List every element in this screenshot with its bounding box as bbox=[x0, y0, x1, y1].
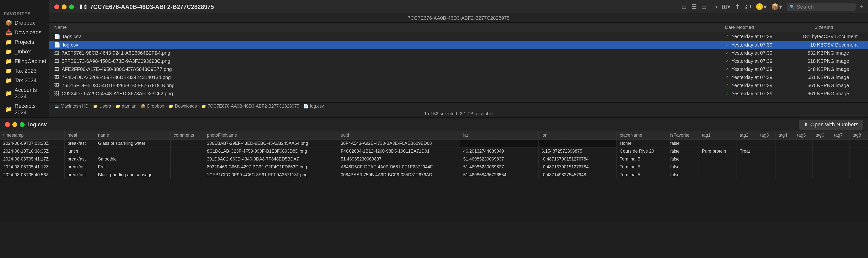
open-with-numbers-button[interactable]: ⬆ Open with Numbers bbox=[799, 120, 863, 130]
file-row[interactable]: 📄 tags.csv ✓ Yesterday at 07:39 181 byte… bbox=[49, 32, 868, 41]
sidebar-item-filingcabinet[interactable]: 📁 FilingCabinet bbox=[1, 57, 48, 66]
sidebar-item-inbox[interactable]: 📁 _Inbox bbox=[1, 47, 48, 57]
table-row[interactable]: 2024-08-08T05:41:17ZbreakfastSmoothie391… bbox=[0, 155, 868, 163]
minimize-button[interactable] bbox=[62, 4, 67, 9]
file-name-label: 7A0F5761-98CB-4643-9241-A6E6064B2FB4.png bbox=[62, 50, 170, 56]
table-cell bbox=[831, 140, 849, 147]
sidebar-item-tax2023[interactable]: 📁 Tax 2023 bbox=[1, 66, 48, 76]
dropbox-icon: 📦 bbox=[5, 20, 12, 26]
table-cell: Terminal 5 bbox=[617, 163, 667, 171]
sidebar-item-label: Tax 2024 bbox=[14, 77, 36, 84]
table-cell: Terminal 5 bbox=[617, 171, 667, 179]
sidebar-item-label: Downloads bbox=[14, 29, 41, 36]
table-row[interactable]: 2024-08-08T05:40:56ZbreakfastBlack puddi… bbox=[0, 171, 868, 179]
group-button[interactable]: ⊞▾ bbox=[722, 3, 731, 10]
table-cell bbox=[776, 171, 794, 179]
breadcrumb-item[interactable]: 📁7CC7E676-AA0B-46D3-ABF2-B277C2828975 bbox=[201, 104, 299, 109]
breadcrumb-item[interactable]: 📁Users bbox=[93, 104, 111, 109]
sidebar-item-tax2024[interactable]: 📁 Tax 2024 bbox=[1, 76, 48, 85]
column-view-button[interactable]: ⊟ bbox=[701, 3, 707, 10]
share-button[interactable]: ⬆ bbox=[735, 3, 740, 10]
status-bar: 1 of 52 selected, 2.1 TB available bbox=[49, 110, 868, 117]
spreadsheet-minimize[interactable] bbox=[12, 122, 17, 127]
file-row[interactable]: 🖼 76D16FDE-5D3C-4D10-9296-CB5E87678DCB.p… bbox=[49, 81, 868, 89]
spreadsheet-maximize[interactable] bbox=[20, 122, 25, 127]
sidebar-item-projects[interactable]: 📁 Projects bbox=[1, 37, 48, 47]
table-cell bbox=[849, 171, 868, 179]
more-button[interactable]: 😊▾ bbox=[755, 3, 767, 10]
col-name[interactable]: Name bbox=[54, 24, 725, 31]
table-cell: Home bbox=[617, 140, 667, 147]
breadcrumb-item[interactable]: 📁Downloads bbox=[168, 104, 197, 109]
sidebar-item-label: Receipts 2024 bbox=[14, 103, 44, 116]
col-date[interactable]: Date Modified bbox=[725, 24, 789, 31]
table-cell bbox=[757, 147, 776, 155]
forward-button[interactable]: › bbox=[84, 4, 86, 9]
file-date: ✓ Yesterday at 07:39 bbox=[725, 42, 789, 48]
file-row[interactable]: 🖼 C9224D79-A29C-4548-A1ED-3678AFD23C62.p… bbox=[49, 89, 868, 98]
breadcrumb-item[interactable]: 📦Dropbox bbox=[141, 104, 164, 109]
maximize-button[interactable] bbox=[69, 4, 74, 9]
file-row[interactable]: 🖼 5FFB9173-6A98-450C-878E-9A3F3093693C.p… bbox=[49, 57, 868, 65]
back-button[interactable]: ‹ bbox=[80, 4, 82, 9]
table-row[interactable]: 2024-08-10T10:38:35Zlunch8C1D81AB-C23F-4… bbox=[0, 147, 868, 155]
file-icon: 🖼 bbox=[54, 58, 59, 64]
file-row[interactable]: 🖼 7A0F5761-98CB-4643-9241-A6E6064B2FB4.p… bbox=[49, 49, 868, 57]
receipts2024-icon: 📁 bbox=[5, 106, 12, 112]
file-icon: 🖼 bbox=[54, 91, 59, 97]
file-row[interactable]: 🖼 7F4D4DDA-5208-409E-86DB-834243140134.p… bbox=[49, 73, 868, 81]
table-cell bbox=[831, 147, 849, 155]
list-view-button[interactable]: ☰ bbox=[691, 3, 697, 10]
file-kind: PNG image bbox=[824, 50, 863, 57]
sidebar-item-label: Tax 2023 bbox=[14, 68, 36, 74]
file-list: 📄 tags.csv ✓ Yesterday at 07:39 181 byte… bbox=[49, 32, 868, 102]
col-kind: Kind bbox=[824, 24, 863, 31]
file-name-label: AFE2FF06-A17E-4950-880C-E7A5843C9B77.png bbox=[62, 67, 172, 72]
table-cell bbox=[170, 155, 204, 163]
spreadsheet-close[interactable] bbox=[5, 122, 10, 127]
table-cell: false bbox=[667, 155, 699, 163]
table-cell: 51.46985230069837 bbox=[460, 163, 538, 171]
accounts2024-icon: 📁 bbox=[5, 90, 12, 97]
table-cell: Cours de Rive 20 bbox=[617, 147, 667, 155]
table-row[interactable]: 2024-08-09T07:03:28ZbreakfastGlass of sp… bbox=[0, 140, 868, 147]
sidebar-item-downloads[interactable]: 📥 Downloads bbox=[1, 28, 48, 37]
file-size: 10 KB bbox=[789, 42, 824, 48]
breadcrumb-item[interactable]: 📁damian bbox=[115, 104, 136, 109]
table-cell: -0.4871498275457948 bbox=[538, 171, 617, 179]
toolbar-nav: ‹ › bbox=[80, 4, 87, 9]
sidebar-item-receipts2024[interactable]: 📁 Receipts 2024 bbox=[1, 102, 48, 117]
breadcrumb-item[interactable]: 💻Macintosh HD bbox=[54, 104, 89, 109]
table-cell bbox=[849, 163, 868, 171]
table-cell bbox=[757, 155, 776, 163]
table-cell bbox=[699, 171, 737, 179]
tag-button[interactable]: 🏷 bbox=[745, 3, 751, 10]
table-cell: false bbox=[667, 140, 699, 147]
table-cell: Pure protein bbox=[699, 147, 737, 155]
breadcrumb-item[interactable]: 📄log.csv bbox=[304, 104, 324, 109]
spreadsheet-traffic-lights bbox=[5, 122, 25, 127]
expand-button[interactable]: + bbox=[860, 4, 863, 10]
file-size: 532 KB bbox=[789, 50, 824, 57]
search-box[interactable]: 🔍 bbox=[786, 3, 856, 11]
dropbox-icon[interactable]: 📦▾ bbox=[771, 3, 782, 10]
sidebar-item-label: Accounts 2024 bbox=[14, 87, 44, 100]
bc-label: log.csv bbox=[310, 104, 324, 109]
file-icon: 🖼 bbox=[54, 67, 59, 72]
table-cell bbox=[794, 171, 812, 179]
spreadsheet-column-header: timestamp bbox=[0, 131, 65, 140]
search-input[interactable] bbox=[797, 4, 853, 10]
file-name-label: 7F4D4DDA-5208-409E-86DB-834243140134.png bbox=[62, 75, 171, 80]
file-row[interactable]: 📄 log.csv ✓ Yesterday at 07:39 10 KB CSV… bbox=[49, 41, 868, 49]
icon-view-button[interactable]: ⊞ bbox=[681, 3, 687, 10]
table-cell bbox=[776, 147, 794, 155]
col-size[interactable]: Size bbox=[789, 24, 824, 31]
gallery-view-button[interactable]: ▭ bbox=[711, 3, 717, 10]
close-button[interactable] bbox=[54, 4, 59, 9]
sidebar-item-dropbox[interactable]: 📦 Dropbox bbox=[1, 18, 48, 28]
file-row[interactable]: 🖼 AFE2FF06-A17E-4950-880C-E7A5843C9B77.p… bbox=[49, 65, 868, 73]
sidebar-favorites-label: Favorites bbox=[0, 10, 49, 18]
table-row[interactable]: 2024-08-08T05:41:12ZbreakfastFruit8032B4… bbox=[0, 163, 868, 171]
file-size: 661 KB bbox=[789, 90, 824, 97]
sidebar-item-accounts2024[interactable]: 📁 Accounts 2024 bbox=[1, 85, 48, 101]
